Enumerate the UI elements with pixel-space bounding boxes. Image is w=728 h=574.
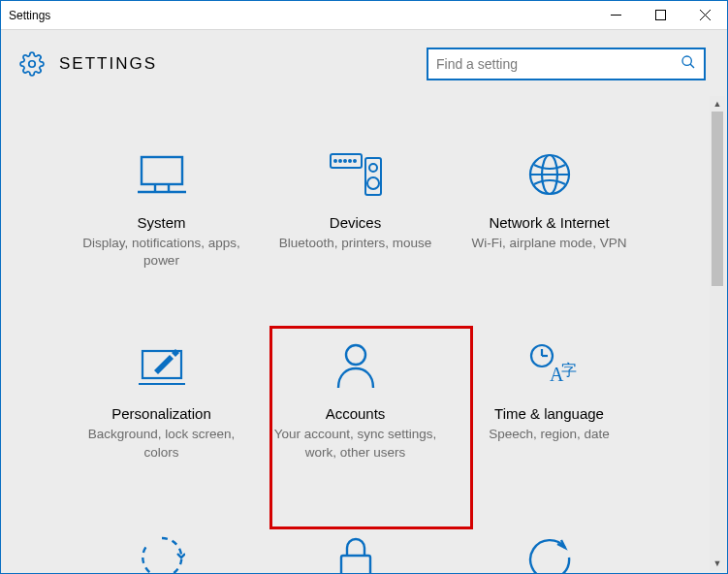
tile-privacy[interactable] [259,526,453,573]
tile-title: Time & language [494,405,604,422]
svg-point-16 [354,160,356,162]
personalization-icon [137,339,187,392]
lock-icon [336,531,375,573]
page-title: SETTINGS [59,54,427,74]
search-icon [681,54,696,74]
tile-desc: Background, lock screen, colors [79,426,245,461]
tile-title: Devices [330,214,381,231]
ease-of-access-icon [139,531,185,573]
update-icon [526,531,573,573]
tile-title: Personalization [111,405,211,422]
devices-icon [329,148,383,201]
minimize-button[interactable] [593,1,638,29]
close-button[interactable] [682,1,727,29]
gear-icon [18,50,46,78]
svg-text:字: 字 [561,362,577,378]
tile-title: System [137,214,185,231]
display-icon [136,148,188,201]
category-grid: System Display, notifications, apps, pow… [1,94,710,573]
svg-point-13 [339,160,341,162]
tile-desc: Speech, region, date [489,426,610,443]
search-box[interactable] [427,48,706,80]
window-controls [593,1,727,29]
tile-time-language[interactable]: A 字 Time & language Speech, region, date [453,334,647,466]
search-input[interactable] [436,56,681,72]
svg-point-12 [334,160,336,162]
svg-point-18 [369,164,377,172]
svg-point-19 [367,177,379,189]
tile-desc: Display, notifications, apps, power [79,235,245,270]
time-language-icon: A 字 [522,339,577,392]
tile-ease-of-access[interactable] [65,526,259,573]
tile-desc: Your account, sync settings, work, other… [272,426,439,461]
svg-point-25 [346,345,365,365]
svg-line-6 [690,64,694,68]
svg-point-15 [349,160,351,162]
scroll-thumb[interactable] [712,112,723,286]
svg-point-4 [29,61,36,68]
tile-system[interactable]: System Display, notifications, apps, pow… [65,143,259,275]
svg-rect-7 [142,157,182,184]
vertical-scrollbar[interactable]: ▲ ▼ [710,96,725,571]
tile-desc: Wi-Fi, airplane mode, VPN [472,235,627,252]
accounts-icon [333,339,378,392]
scroll-up-button[interactable]: ▲ [710,96,725,112]
tile-network[interactable]: Network & Internet Wi-Fi, airplane mode,… [453,143,647,275]
tile-update[interactable] [453,526,647,573]
tile-personalization[interactable]: Personalization Background, lock screen,… [65,334,259,466]
scroll-region: System Display, notifications, apps, pow… [1,94,710,573]
svg-point-5 [682,56,691,65]
svg-point-14 [344,160,346,162]
window-title: Settings [1,9,593,22]
content-area: SETTINGS System Display, notifications, … [1,30,727,573]
tile-devices[interactable]: Devices Bluetooth, printers, mouse [259,143,453,275]
maximize-button[interactable] [638,1,682,29]
header-row: SETTINGS [1,30,727,90]
tile-title: Network & Internet [489,214,609,231]
svg-rect-1 [655,11,665,20]
globe-icon [526,148,573,201]
svg-rect-31 [341,556,370,573]
tile-desc: Bluetooth, printers, mouse [279,235,432,252]
tile-title: Accounts [326,405,386,422]
tile-accounts[interactable]: Accounts Your account, sync settings, wo… [259,334,453,466]
title-bar: Settings [1,1,727,30]
scroll-down-button[interactable]: ▼ [710,556,725,571]
